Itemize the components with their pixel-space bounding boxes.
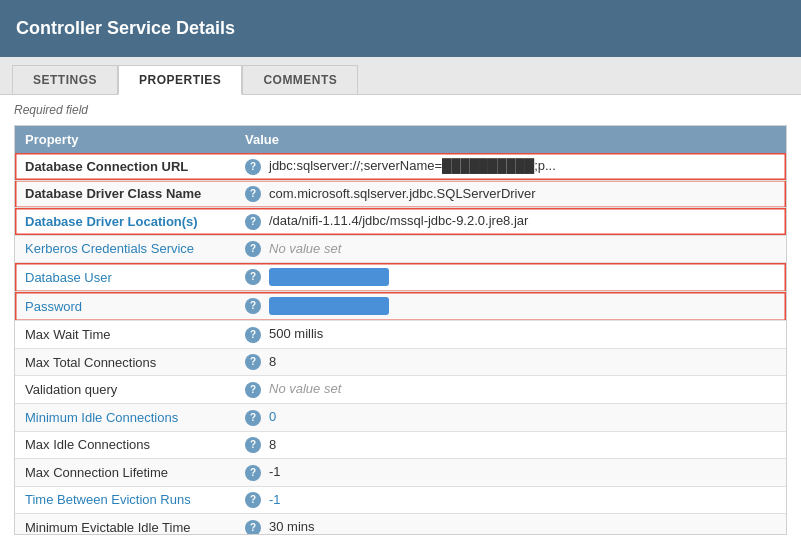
info-icon[interactable]: ?: [245, 465, 261, 481]
property-name-cell: Database Driver Class Name: [15, 180, 235, 208]
table-row[interactable]: Kerberos Credentials Service?No value se…: [15, 235, 786, 263]
redacted-value: [269, 297, 389, 315]
info-icon[interactable]: ?: [245, 214, 261, 230]
property-value-cell: ?8: [235, 348, 786, 376]
property-value-cell: ?0: [235, 403, 786, 431]
property-value: -1: [269, 464, 281, 479]
info-icon[interactable]: ?: [245, 186, 261, 202]
property-name-cell: Max Total Connections: [15, 348, 235, 376]
property-name-cell: Validation query: [15, 376, 235, 404]
table-row[interactable]: Database Connection URL?jdbc:sqlserver:/…: [15, 153, 786, 180]
table-row[interactable]: Minimum Evictable Idle Time?30 mins: [15, 514, 786, 535]
property-name-cell: Database Connection URL: [15, 153, 235, 180]
property-value-cell: ?-1: [235, 459, 786, 487]
property-name: Max Total Connections: [25, 355, 156, 370]
column-property: Property: [15, 126, 235, 153]
property-value: 8: [269, 354, 276, 369]
property-name: Max Wait Time: [25, 327, 110, 342]
table-row[interactable]: Database User?: [15, 263, 786, 292]
property-name-cell: Max Connection Lifetime: [15, 459, 235, 487]
property-value-cell: ?/data/nifi-1.11.4/jdbc/mssql-jdbc-9.2.0…: [235, 208, 786, 236]
table-row[interactable]: Max Connection Lifetime?-1: [15, 459, 786, 487]
table-row[interactable]: Validation query?No value set: [15, 376, 786, 404]
info-icon[interactable]: ?: [245, 410, 261, 426]
table-row[interactable]: Max Wait Time?500 millis: [15, 321, 786, 349]
property-name: Password: [25, 299, 82, 314]
property-value-cell: ?500 millis: [235, 321, 786, 349]
property-value-cell: ?No value set: [235, 376, 786, 404]
info-icon[interactable]: ?: [245, 520, 261, 535]
property-value: No value set: [269, 381, 341, 396]
property-value-cell: ?jdbc:sqlserver://;serverName=██████████…: [235, 153, 786, 180]
info-icon[interactable]: ?: [245, 298, 261, 314]
table-header-row: Property Value: [15, 126, 786, 153]
property-name: Minimum Evictable Idle Time: [25, 520, 190, 535]
info-icon[interactable]: ?: [245, 382, 261, 398]
property-name-cell: Minimum Evictable Idle Time: [15, 514, 235, 535]
property-value-cell: ?com.microsoft.sqlserver.jdbc.SQLServerD…: [235, 180, 786, 208]
redacted-value: [269, 268, 389, 286]
column-value: Value: [235, 126, 786, 153]
table-row[interactable]: Database Driver Location(s)?/data/nifi-1…: [15, 208, 786, 236]
info-icon[interactable]: ?: [245, 354, 261, 370]
property-name: Validation query: [25, 382, 117, 397]
info-icon[interactable]: ?: [245, 492, 261, 508]
tab-settings[interactable]: SETTINGS: [12, 65, 118, 94]
property-value: -1: [269, 492, 281, 507]
app-container: Controller Service Details SETTINGS PROP…: [0, 0, 801, 560]
property-name: Max Connection Lifetime: [25, 465, 168, 480]
property-value-cell: ?8: [235, 431, 786, 459]
info-icon[interactable]: ?: [245, 437, 261, 453]
property-value: 30 mins: [269, 519, 315, 534]
property-value-cell: ?-1: [235, 486, 786, 514]
tabs-bar: SETTINGS PROPERTIES COMMENTS: [0, 57, 801, 95]
property-value-cell: ?: [235, 263, 786, 292]
property-value: jdbc:sqlserver://;serverName=██████████;…: [269, 158, 556, 173]
main-content: Required field Property Value Database C…: [0, 95, 801, 560]
property-name: Kerberos Credentials Service: [25, 241, 194, 256]
info-icon[interactable]: ?: [245, 241, 261, 257]
property-name-cell: Max Wait Time: [15, 321, 235, 349]
page-title: Controller Service Details: [16, 18, 235, 39]
property-name: Max Idle Connections: [25, 437, 150, 452]
info-icon[interactable]: ?: [245, 269, 261, 285]
property-name: Database User: [25, 270, 112, 285]
property-name: Database Driver Location(s): [25, 214, 198, 229]
property-name-cell: Time Between Eviction Runs: [15, 486, 235, 514]
property-value: 0: [269, 409, 276, 424]
property-name: Database Connection URL: [25, 159, 188, 174]
properties-table: Property Value Database Connection URL?j…: [15, 126, 786, 535]
tab-properties[interactable]: PROPERTIES: [118, 65, 242, 95]
required-label: Required field: [14, 103, 787, 117]
title-bar: Controller Service Details: [0, 0, 801, 57]
property-value: /data/nifi-1.11.4/jdbc/mssql-jdbc-9.2.0.…: [269, 213, 528, 228]
table-row[interactable]: Minimum Idle Connections?0: [15, 403, 786, 431]
property-value: No value set: [269, 241, 341, 256]
property-name-cell: Minimum Idle Connections: [15, 403, 235, 431]
property-value: 500 millis: [269, 326, 323, 341]
property-value-cell: ?30 mins: [235, 514, 786, 535]
properties-table-container[interactable]: Property Value Database Connection URL?j…: [14, 125, 787, 535]
property-name-cell: Password: [15, 292, 235, 321]
property-name: Time Between Eviction Runs: [25, 492, 191, 507]
property-value: 8: [269, 437, 276, 452]
table-row[interactable]: Time Between Eviction Runs?-1: [15, 486, 786, 514]
table-row[interactable]: Password?: [15, 292, 786, 321]
property-name: Database Driver Class Name: [25, 186, 201, 201]
property-value: com.microsoft.sqlserver.jdbc.SQLServerDr…: [269, 186, 536, 201]
table-row[interactable]: Max Idle Connections?8: [15, 431, 786, 459]
property-name-cell: Database Driver Location(s): [15, 208, 235, 236]
property-value-cell: ?No value set: [235, 235, 786, 263]
property-name-cell: Kerberos Credentials Service: [15, 235, 235, 263]
property-name: Minimum Idle Connections: [25, 410, 178, 425]
property-value-cell: ?: [235, 292, 786, 321]
table-row[interactable]: Database Driver Class Name?com.microsoft…: [15, 180, 786, 208]
property-name-cell: Max Idle Connections: [15, 431, 235, 459]
info-icon[interactable]: ?: [245, 327, 261, 343]
info-icon[interactable]: ?: [245, 159, 261, 175]
tab-comments[interactable]: COMMENTS: [242, 65, 358, 94]
table-row[interactable]: Max Total Connections?8: [15, 348, 786, 376]
property-name-cell: Database User: [15, 263, 235, 292]
